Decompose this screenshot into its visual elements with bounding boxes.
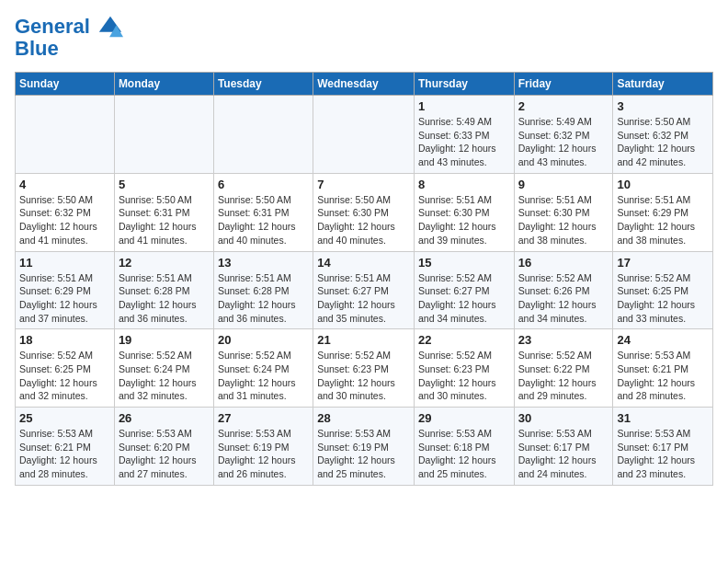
- day-number: 1: [418, 99, 510, 113]
- day-number: 3: [617, 99, 709, 113]
- day-info: Sunrise: 5:51 AM Sunset: 6:29 PM Dayligh…: [617, 193, 709, 247]
- page-header: General Blue: [15, 15, 713, 61]
- day-number: 19: [119, 333, 210, 347]
- calendar-week-row: 1Sunrise: 5:49 AM Sunset: 6:33 PM Daylig…: [16, 96, 713, 174]
- day-number: 23: [518, 333, 609, 347]
- calendar-cell: [213, 96, 313, 174]
- calendar-cell: 27Sunrise: 5:53 AM Sunset: 6:19 PM Dayli…: [213, 408, 313, 486]
- calendar-cell: 2Sunrise: 5:49 AM Sunset: 6:32 PM Daylig…: [514, 96, 613, 174]
- calendar-cell: [16, 96, 115, 174]
- day-number: 21: [317, 333, 410, 347]
- day-info: Sunrise: 5:50 AM Sunset: 6:30 PM Dayligh…: [317, 193, 410, 247]
- day-info: Sunrise: 5:50 AM Sunset: 6:31 PM Dayligh…: [119, 193, 210, 247]
- calendar-cell: 21Sunrise: 5:52 AM Sunset: 6:23 PM Dayli…: [313, 329, 415, 408]
- day-number: 27: [218, 411, 309, 425]
- calendar-cell: 31Sunrise: 5:53 AM Sunset: 6:17 PM Dayli…: [613, 408, 713, 486]
- calendar-cell: [114, 96, 213, 174]
- day-number: 31: [617, 411, 709, 425]
- day-info: Sunrise: 5:53 AM Sunset: 6:19 PM Dayligh…: [218, 427, 309, 481]
- day-number: 9: [518, 178, 609, 191]
- calendar-cell: 29Sunrise: 5:53 AM Sunset: 6:18 PM Dayli…: [414, 408, 514, 486]
- calendar-cell: 20Sunrise: 5:52 AM Sunset: 6:24 PM Dayli…: [213, 329, 313, 408]
- day-number: 7: [317, 178, 410, 191]
- day-info: Sunrise: 5:50 AM Sunset: 6:32 PM Dayligh…: [617, 115, 709, 169]
- day-number: 14: [317, 256, 410, 270]
- day-number: 12: [119, 256, 210, 270]
- day-info: Sunrise: 5:53 AM Sunset: 6:17 PM Dayligh…: [518, 427, 609, 481]
- day-number: 20: [218, 333, 309, 347]
- calendar-cell: 8Sunrise: 5:51 AM Sunset: 6:30 PM Daylig…: [414, 173, 514, 251]
- day-info: Sunrise: 5:53 AM Sunset: 6:18 PM Dayligh…: [418, 427, 510, 481]
- day-of-week-header: Thursday: [414, 73, 514, 96]
- day-number: 25: [19, 411, 110, 425]
- day-info: Sunrise: 5:52 AM Sunset: 6:24 PM Dayligh…: [119, 349, 210, 403]
- calendar-cell: 16Sunrise: 5:52 AM Sunset: 6:26 PM Dayli…: [514, 251, 613, 329]
- calendar-cell: 11Sunrise: 5:51 AM Sunset: 6:29 PM Dayli…: [16, 251, 115, 329]
- day-info: Sunrise: 5:50 AM Sunset: 6:32 PM Dayligh…: [19, 193, 110, 247]
- day-info: Sunrise: 5:51 AM Sunset: 6:27 PM Dayligh…: [317, 271, 410, 326]
- day-of-week-header: Tuesday: [213, 73, 313, 96]
- day-number: 8: [418, 178, 510, 191]
- day-of-week-header: Wednesday: [313, 73, 415, 96]
- calendar-cell: 9Sunrise: 5:51 AM Sunset: 6:30 PM Daylig…: [514, 173, 613, 251]
- day-info: Sunrise: 5:53 AM Sunset: 6:21 PM Dayligh…: [19, 427, 110, 481]
- day-info: Sunrise: 5:51 AM Sunset: 6:29 PM Dayligh…: [19, 271, 110, 326]
- calendar-cell: 6Sunrise: 5:50 AM Sunset: 6:31 PM Daylig…: [213, 173, 313, 251]
- calendar-cell: 3Sunrise: 5:50 AM Sunset: 6:32 PM Daylig…: [613, 96, 713, 174]
- day-number: 11: [19, 256, 110, 270]
- calendar-cell: 23Sunrise: 5:52 AM Sunset: 6:22 PM Dayli…: [514, 329, 613, 408]
- day-info: Sunrise: 5:52 AM Sunset: 6:25 PM Dayligh…: [617, 271, 709, 326]
- day-info: Sunrise: 5:52 AM Sunset: 6:23 PM Dayligh…: [317, 349, 410, 403]
- calendar-cell: 22Sunrise: 5:52 AM Sunset: 6:23 PM Dayli…: [414, 329, 514, 408]
- calendar-cell: 13Sunrise: 5:51 AM Sunset: 6:28 PM Dayli…: [213, 251, 313, 329]
- day-info: Sunrise: 5:52 AM Sunset: 6:24 PM Dayligh…: [218, 349, 309, 403]
- day-info: Sunrise: 5:51 AM Sunset: 6:30 PM Dayligh…: [418, 193, 510, 247]
- calendar-week-row: 18Sunrise: 5:52 AM Sunset: 6:25 PM Dayli…: [16, 329, 713, 408]
- logo-icon: [97, 15, 123, 40]
- day-number: 5: [119, 178, 210, 191]
- logo: General Blue: [15, 15, 123, 61]
- day-info: Sunrise: 5:50 AM Sunset: 6:31 PM Dayligh…: [218, 193, 309, 247]
- day-info: Sunrise: 5:53 AM Sunset: 6:17 PM Dayligh…: [617, 427, 709, 481]
- day-of-week-header: Monday: [114, 73, 213, 96]
- day-number: 22: [418, 333, 510, 347]
- calendar-cell: 24Sunrise: 5:53 AM Sunset: 6:21 PM Dayli…: [613, 329, 713, 408]
- calendar-table: SundayMondayTuesdayWednesdayThursdayFrid…: [15, 72, 713, 486]
- day-info: Sunrise: 5:49 AM Sunset: 6:33 PM Dayligh…: [418, 115, 510, 169]
- calendar-cell: 28Sunrise: 5:53 AM Sunset: 6:19 PM Dayli…: [313, 408, 415, 486]
- day-number: 4: [19, 178, 110, 191]
- calendar-cell: 30Sunrise: 5:53 AM Sunset: 6:17 PM Dayli…: [514, 408, 613, 486]
- day-number: 2: [518, 99, 609, 113]
- day-number: 10: [617, 178, 709, 191]
- day-info: Sunrise: 5:51 AM Sunset: 6:28 PM Dayligh…: [119, 271, 210, 326]
- calendar-week-row: 11Sunrise: 5:51 AM Sunset: 6:29 PM Dayli…: [16, 251, 713, 329]
- calendar-cell: 14Sunrise: 5:51 AM Sunset: 6:27 PM Dayli…: [313, 251, 415, 329]
- calendar-cell: 12Sunrise: 5:51 AM Sunset: 6:28 PM Dayli…: [114, 251, 213, 329]
- calendar-cell: 19Sunrise: 5:52 AM Sunset: 6:24 PM Dayli…: [114, 329, 213, 408]
- calendar-cell: 25Sunrise: 5:53 AM Sunset: 6:21 PM Dayli…: [16, 408, 115, 486]
- day-number: 6: [218, 178, 309, 191]
- calendar-cell: 4Sunrise: 5:50 AM Sunset: 6:32 PM Daylig…: [16, 173, 115, 251]
- day-info: Sunrise: 5:52 AM Sunset: 6:26 PM Dayligh…: [518, 271, 609, 326]
- day-number: 29: [418, 411, 510, 425]
- day-of-week-header: Friday: [514, 73, 613, 96]
- day-info: Sunrise: 5:51 AM Sunset: 6:30 PM Dayligh…: [518, 193, 609, 247]
- calendar-cell: 18Sunrise: 5:52 AM Sunset: 6:25 PM Dayli…: [16, 329, 115, 408]
- day-of-week-header: Sunday: [16, 73, 115, 96]
- calendar-cell: [313, 96, 415, 174]
- day-info: Sunrise: 5:52 AM Sunset: 6:22 PM Dayligh…: [518, 349, 609, 403]
- calendar-cell: 5Sunrise: 5:50 AM Sunset: 6:31 PM Daylig…: [114, 173, 213, 251]
- calendar-header-row: SundayMondayTuesdayWednesdayThursdayFrid…: [16, 73, 713, 96]
- day-number: 13: [218, 256, 309, 270]
- day-info: Sunrise: 5:51 AM Sunset: 6:28 PM Dayligh…: [218, 271, 309, 326]
- day-info: Sunrise: 5:52 AM Sunset: 6:27 PM Dayligh…: [418, 271, 510, 326]
- day-number: 18: [19, 333, 110, 347]
- day-number: 30: [518, 411, 609, 425]
- calendar-cell: 10Sunrise: 5:51 AM Sunset: 6:29 PM Dayli…: [613, 173, 713, 251]
- day-of-week-header: Saturday: [613, 73, 713, 96]
- calendar-week-row: 4Sunrise: 5:50 AM Sunset: 6:32 PM Daylig…: [16, 173, 713, 251]
- day-number: 17: [617, 256, 709, 270]
- calendar-cell: 7Sunrise: 5:50 AM Sunset: 6:30 PM Daylig…: [313, 173, 415, 251]
- calendar-cell: 1Sunrise: 5:49 AM Sunset: 6:33 PM Daylig…: [414, 96, 514, 174]
- day-info: Sunrise: 5:49 AM Sunset: 6:32 PM Dayligh…: [518, 115, 609, 169]
